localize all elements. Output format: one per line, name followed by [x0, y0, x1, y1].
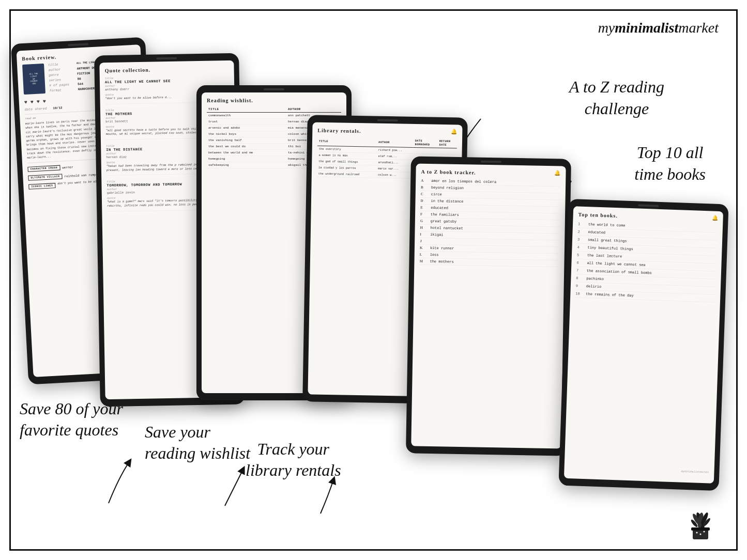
az-book: the Familiars	[431, 212, 459, 217]
library-title: Library rentals.	[317, 128, 361, 134]
top-rank: 7	[576, 268, 587, 273]
az-letter: M	[419, 259, 430, 263]
az-book: amor en los tiempos del colera	[431, 179, 496, 184]
svg-point-10	[704, 531, 705, 533]
az-letter: A	[421, 179, 431, 183]
topten-title: Top ten books.	[578, 211, 618, 219]
atoz-entries: Aamor en los tiempos del coleraBbeyond r…	[419, 178, 560, 268]
az-book: hotel nantucket	[431, 226, 463, 230]
svg-rect-7	[691, 527, 710, 531]
az-letter: C	[421, 192, 431, 196]
brand-bold: minimalist	[615, 20, 678, 36]
character-crush-badge: CHARACTER CRUSH	[27, 165, 60, 172]
lib-col-title: TITLE	[317, 136, 377, 147]
top-title: small great things	[588, 238, 627, 243]
az-book: ikigai	[430, 232, 443, 237]
brand-suffix: market	[678, 20, 719, 36]
svg-point-8	[696, 532, 698, 534]
az-letter: G	[420, 219, 431, 223]
lib-return	[437, 148, 457, 154]
top-title: educated	[588, 230, 605, 235]
top-title: pachinko	[586, 276, 604, 281]
ultimate-villain-value: reinhold von rumpel	[64, 173, 100, 178]
top-title: tiny beautiful things	[587, 245, 633, 251]
az-letter: H	[420, 226, 431, 230]
review-genre: fiction	[77, 71, 90, 75]
az-letter: L	[420, 253, 430, 257]
border-top	[9, 9, 738, 11]
camera-bar-6	[638, 204, 659, 207]
review-format: hardcover	[78, 87, 95, 91]
top-title: the last lecture	[587, 253, 622, 258]
top-title: delirio	[586, 284, 602, 289]
ultimate-villain-badge: ULTIMATE VILLAIN	[28, 174, 62, 181]
svg-point-9	[700, 534, 702, 535]
book-cover: ALL THELIGHTWECANNOTSEE	[22, 64, 45, 95]
az-book: less	[430, 253, 439, 257]
top-rank: 6	[576, 260, 587, 265]
review-date: 19/12	[53, 106, 62, 110]
az-book: beyond religion	[431, 185, 464, 190]
wishlist-col-author: AUTHOR	[286, 106, 341, 113]
tablet-top-ten: Top ten books. 🔔 1the world to come2educ…	[558, 199, 728, 491]
lib-title: the underground railroad	[317, 170, 376, 178]
border-right	[736, 9, 738, 551]
tablet-5-screen: A to Z book tracker. 🔔 Aamor en los tiem…	[411, 164, 566, 449]
plant-illustration	[680, 501, 721, 542]
az-letter: F	[420, 212, 431, 216]
lib-borrowed	[413, 147, 437, 154]
topten-entries: 1the world to come2educated3small great …	[575, 220, 718, 302]
iconic-lines-badge: ICONIC LINES	[28, 183, 55, 190]
top-rank: 10	[575, 291, 586, 296]
wish-title: the vanishing half	[207, 137, 286, 144]
brand-prefix: my	[598, 20, 615, 36]
wish-title: commonwealth	[207, 113, 286, 119]
az-letter: E	[420, 206, 431, 210]
wish-title: the nickel boys	[207, 131, 286, 137]
top-rank: 1	[578, 222, 588, 226]
wish-title: safekeeping	[207, 162, 286, 168]
top-title: the remains of the day	[586, 292, 634, 298]
az-letter: B	[421, 185, 431, 190]
library-annotation: Track yourlibrary rentals	[246, 439, 341, 481]
camera-bar-2	[156, 57, 177, 60]
atoz-annotation: A to Z readingchallenge	[569, 76, 664, 119]
az-book: circe	[431, 192, 442, 196]
quotes-arrow	[98, 446, 140, 508]
top-title: all the light we cannot see	[587, 261, 646, 267]
border-left	[9, 9, 11, 551]
tablet-atoz-tracker: A to Z book tracker. 🔔 Aamor en los tiem…	[406, 156, 571, 456]
az-letter: J	[420, 239, 430, 243]
top-rank: 9	[576, 284, 586, 288]
az-book: educated	[431, 206, 448, 210]
az-book: kite runner	[430, 246, 454, 251]
wish-title: arsenic and adobo	[207, 125, 286, 131]
wishlist-col-title: TITLE	[207, 106, 286, 113]
wish-title: between the world and me	[207, 150, 286, 156]
az-book: the mothers	[430, 259, 453, 264]
quote-collection-title: Quote collection.	[105, 66, 229, 73]
wish-title: the best we could do	[207, 144, 286, 150]
top-title: the world to come	[588, 222, 626, 227]
az-book: great gatsby	[431, 219, 457, 224]
top-title: the association of small bombs	[587, 269, 652, 275]
bell-icon-5: 🔔	[554, 170, 560, 176]
top-rank: 4	[577, 245, 587, 250]
review-series: 80	[77, 77, 81, 81]
az-book: in the distance	[431, 199, 463, 204]
wishlist-title: Reading wishlist.	[207, 98, 341, 103]
top-rank: 5	[577, 253, 587, 257]
top-rank: 3	[577, 237, 588, 242]
tablet-6-screen: Top ten books. 🔔 1the world to come2educ…	[564, 206, 723, 484]
az-letter: D	[420, 199, 431, 203]
lib-author: colson w...	[376, 172, 413, 178]
az-letter: I	[420, 232, 430, 237]
review-pages: 544	[78, 82, 83, 86]
top-rank: 8	[576, 276, 586, 281]
brand-logo: myminimalistmarket	[598, 20, 719, 36]
camera-bar-4	[377, 119, 398, 122]
lib-col-return: RETURNDATE	[437, 138, 457, 148]
az-letter: K	[420, 246, 430, 250]
camera-bar-1	[68, 43, 88, 46]
camera-bar-5	[481, 161, 501, 163]
